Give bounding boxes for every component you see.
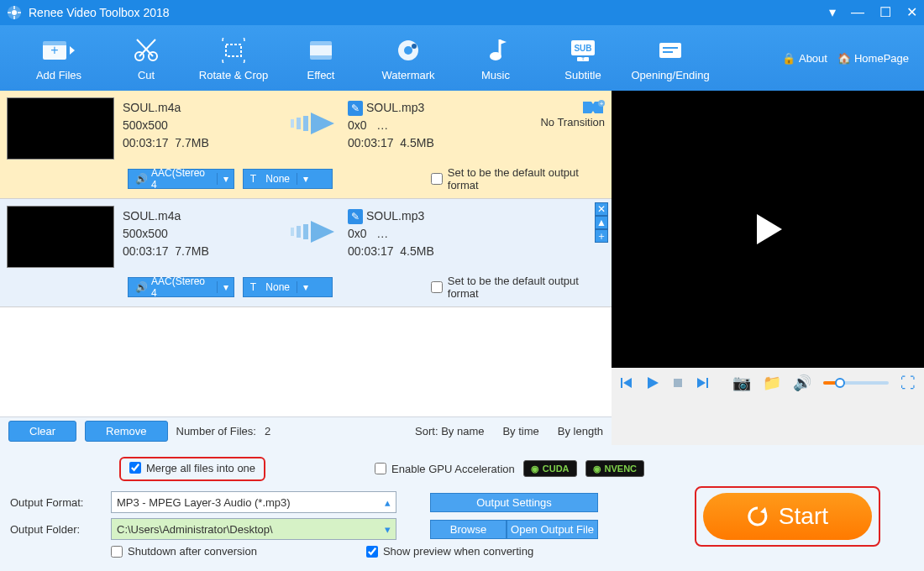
sort-by-name[interactable]: By name	[441, 425, 484, 437]
open-folder-button[interactable]: 📁	[763, 374, 781, 392]
output-folder-select[interactable]: C:\Users\Administrator\Desktop\ ▾	[111, 518, 396, 540]
edit-output-icon[interactable]: ✎	[348, 209, 363, 224]
next-button[interactable]	[696, 376, 709, 390]
svg-rect-35	[303, 224, 308, 239]
item-add-button[interactable]: ＋	[595, 229, 608, 243]
file-count-value: 2	[265, 425, 270, 437]
tool-cut[interactable]: Cut	[102, 35, 190, 81]
default-format-checkbox[interactable]: Set to be the default output format	[431, 275, 608, 300]
fullscreen-button[interactable]: ⛶	[900, 375, 916, 392]
svg-rect-13	[226, 45, 241, 56]
volume-icon[interactable]: 🔊	[793, 374, 811, 392]
chevron-up-icon: ▴	[385, 496, 391, 509]
tool-subtitle[interactable]: SUBT Subtitle	[539, 35, 627, 81]
output-more[interactable]: …	[376, 118, 388, 132]
convert-arrow-icon	[286, 94, 343, 136]
subtitle-select[interactable]: T None ▾	[243, 277, 333, 297]
minimize-button[interactable]: —	[851, 6, 864, 19]
convert-arrow-icon	[286, 202, 343, 244]
close-button[interactable]: ✕	[906, 6, 917, 19]
output-format-select[interactable]: MP3 - MPEG Layer-3 Audio (*.mp3) ▴	[111, 491, 396, 513]
audio-codec-select[interactable]: 🔊AAC(Stereo 4 ▾	[128, 277, 234, 297]
tool-rotate-crop[interactable]: Rotate & Crop	[190, 35, 277, 81]
subtitle-select[interactable]: T None ▾	[243, 169, 333, 189]
stop-button[interactable]	[672, 377, 684, 389]
shutdown-checkbox[interactable]: Shutdown after conversion	[111, 545, 257, 558]
output-resolution: 0x0	[348, 118, 367, 132]
chevron-down-icon: ▾	[297, 173, 313, 185]
show-preview-checkbox[interactable]: Show preview when converting	[366, 545, 533, 558]
open-output-file-button[interactable]: Open Output File	[507, 520, 598, 539]
tool-add-files[interactable]: + Add Files	[15, 35, 102, 81]
tool-label: Cut	[138, 69, 155, 81]
maximize-button[interactable]: ☐	[879, 6, 891, 19]
audio-codec-select[interactable]: 🔊AAC(Stereo 4 ▾	[128, 169, 234, 189]
chevron-down-icon: ▾	[217, 281, 233, 293]
clear-button[interactable]: Clear	[8, 421, 76, 442]
thumbnail	[7, 206, 114, 268]
app-title: Renee Video Toolbox 2018	[29, 6, 829, 19]
gpu-checkbox[interactable]: Enable GPU Acceleration	[375, 463, 515, 475]
tool-label: Rotate & Crop	[199, 69, 268, 81]
remove-button[interactable]: Remove	[85, 421, 167, 442]
tool-music[interactable]: Music	[452, 35, 539, 81]
default-format-input[interactable]	[431, 173, 443, 185]
snapshot-button[interactable]: 📷	[732, 374, 751, 392]
tool-watermark[interactable]: Watermark	[365, 35, 452, 81]
app-logo-icon	[7, 5, 22, 20]
transition-column: ✕ ▲ ＋	[504, 202, 608, 207]
start-label: Start	[779, 503, 828, 530]
volume-slider[interactable]	[823, 381, 889, 385]
menu-dropdown-icon[interactable]: ▾	[829, 6, 836, 19]
transition-icon[interactable]: +	[581, 99, 605, 116]
preview-video[interactable]	[612, 91, 924, 368]
player-controls: 📷 📁 🔊 ⛶	[612, 368, 924, 398]
prev-button[interactable]	[620, 376, 633, 390]
default-format-checkbox[interactable]: Set to be the default output format	[431, 166, 608, 191]
file-item[interactable]: SOUL.m4a 500x500 00:03:17 7.7MB ✎SOUL.mp…	[0, 199, 612, 307]
sort-by-time[interactable]: By time	[502, 425, 538, 437]
settings-panel: Merge all files into one Enable GPU Acce…	[0, 445, 924, 572]
input-resolution: 500x500	[123, 117, 281, 134]
browse-button[interactable]: Browse	[430, 520, 507, 539]
watermark-icon	[394, 35, 423, 65]
item-remove-button[interactable]: ✕	[595, 202, 608, 216]
cuda-badge: ◉ CUDA	[523, 460, 577, 477]
tool-opening-ending[interactable]: Opening/Ending	[627, 35, 714, 81]
gpu-input[interactable]	[375, 463, 386, 474]
show-preview-input[interactable]	[366, 546, 378, 558]
output-more[interactable]: …	[376, 227, 388, 240]
output-duration: 00:03:17	[348, 136, 394, 149]
svg-point-19	[412, 44, 417, 49]
default-format-input[interactable]	[431, 281, 443, 293]
chevron-down-icon: ▾	[297, 281, 313, 293]
opening-ending-icon	[656, 35, 685, 65]
output-size: 4.5MB	[400, 244, 433, 258]
show-preview-label: Show preview when converting	[383, 545, 533, 558]
chevron-down-icon: ▾	[217, 173, 233, 185]
chevron-down-icon: ▾	[385, 523, 391, 536]
start-button[interactable]: Start	[703, 493, 872, 540]
file-count-label: Number of Files:	[176, 425, 256, 437]
item-moveup-button[interactable]: ▲	[595, 216, 608, 229]
svg-rect-36	[621, 378, 622, 388]
play-button[interactable]	[645, 375, 660, 390]
sort-by-length[interactable]: By length	[558, 425, 603, 437]
cut-icon	[132, 35, 160, 65]
folder-label: Output Folder:	[10, 523, 102, 536]
merge-input[interactable]	[129, 462, 141, 474]
output-resolution: 0x0	[348, 227, 367, 240]
output-filename: SOUL.mp3	[366, 207, 424, 225]
about-link[interactable]: 🔒 About	[782, 52, 827, 65]
svg-line-12	[137, 39, 153, 56]
merge-checkbox[interactable]: Merge all files into one	[129, 462, 255, 474]
add-files-icon: +	[41, 35, 76, 65]
tool-effect[interactable]: Effect	[277, 35, 365, 81]
edit-output-icon[interactable]: ✎	[348, 101, 363, 116]
homepage-link[interactable]: 🏠 HomePage	[837, 52, 909, 65]
file-item[interactable]: SOUL.m4a 500x500 00:03:17 7.7MB ✎SOUL.mp…	[0, 91, 612, 199]
input-duration: 00:03:17	[123, 136, 169, 149]
output-settings-button[interactable]: Output Settings	[430, 493, 598, 512]
shutdown-input[interactable]	[111, 546, 123, 558]
toolbar-right-links: 🔒 About 🏠 HomePage	[782, 52, 909, 65]
